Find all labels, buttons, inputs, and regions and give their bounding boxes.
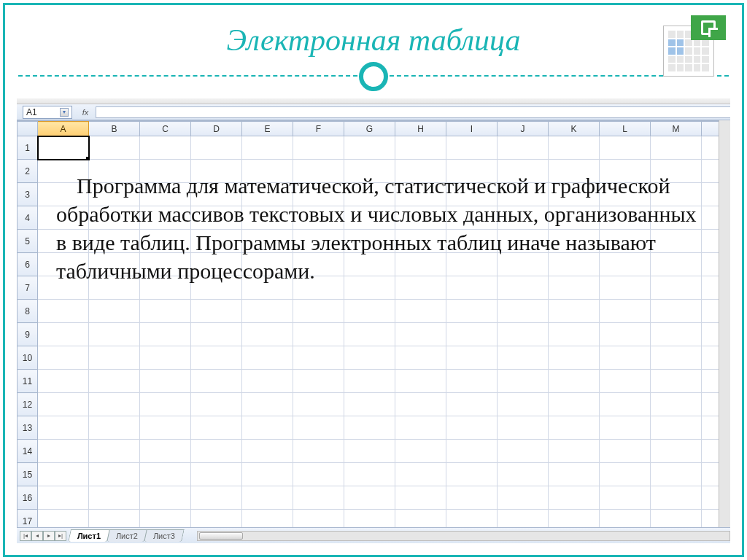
cell[interactable] — [38, 300, 89, 323]
cell[interactable] — [242, 486, 293, 510]
cell[interactable] — [191, 510, 242, 528]
cell[interactable] — [89, 136, 140, 160]
cell[interactable] — [395, 370, 446, 393]
cell[interactable] — [600, 346, 651, 370]
cell[interactable] — [446, 323, 498, 346]
vertical-scrollbar[interactable] — [719, 120, 730, 527]
tab-nav-buttons[interactable]: |◂◂▸▸| — [20, 531, 66, 541]
cell[interactable] — [600, 323, 651, 346]
cell[interactable] — [38, 393, 89, 416]
cell[interactable] — [89, 346, 140, 370]
cell[interactable] — [293, 510, 344, 528]
cell[interactable] — [498, 510, 549, 528]
row-header[interactable]: 11 — [18, 370, 38, 393]
cell[interactable] — [600, 370, 651, 393]
cell[interactable] — [651, 486, 702, 510]
cell[interactable] — [242, 463, 293, 486]
column-header[interactable]: J — [498, 122, 549, 136]
cell[interactable] — [191, 370, 242, 393]
cell[interactable] — [498, 346, 549, 370]
cell[interactable] — [89, 416, 140, 440]
cell[interactable] — [344, 370, 395, 393]
cell[interactable] — [191, 346, 242, 370]
cell[interactable] — [293, 486, 344, 510]
cell[interactable] — [344, 486, 395, 510]
row-header[interactable]: 1 — [18, 136, 38, 160]
row-header[interactable]: 16 — [18, 486, 38, 510]
row-header[interactable]: 4 — [18, 206, 38, 230]
cell[interactable] — [600, 510, 651, 528]
cell[interactable] — [191, 300, 242, 323]
cell[interactable] — [344, 323, 395, 346]
cell[interactable] — [344, 393, 395, 416]
cell[interactable] — [293, 463, 344, 486]
cell[interactable] — [140, 463, 191, 486]
cell[interactable] — [549, 416, 600, 440]
cell[interactable] — [242, 346, 293, 370]
cell[interactable] — [651, 393, 702, 416]
cell[interactable] — [38, 510, 89, 528]
cell[interactable] — [498, 300, 549, 323]
row-header[interactable]: 5 — [18, 230, 38, 253]
cell[interactable] — [395, 393, 446, 416]
cell[interactable] — [242, 300, 293, 323]
cell[interactable] — [89, 393, 140, 416]
cell[interactable] — [549, 463, 600, 486]
cell[interactable] — [446, 486, 498, 510]
column-header[interactable]: F — [293, 122, 344, 136]
cell[interactable] — [549, 440, 600, 463]
cell[interactable] — [140, 300, 191, 323]
cell[interactable] — [395, 510, 446, 528]
cell[interactable] — [446, 300, 498, 323]
cell[interactable] — [344, 440, 395, 463]
cell[interactable] — [344, 300, 395, 323]
column-header[interactable]: G — [344, 122, 395, 136]
cell[interactable] — [38, 463, 89, 486]
cell[interactable] — [242, 416, 293, 440]
cell[interactable] — [549, 300, 600, 323]
cell[interactable] — [600, 463, 651, 486]
cell[interactable] — [140, 346, 191, 370]
cell[interactable] — [395, 300, 446, 323]
cell[interactable] — [293, 300, 344, 323]
cell[interactable] — [242, 440, 293, 463]
row-header[interactable]: 9 — [18, 323, 38, 346]
cell[interactable] — [191, 463, 242, 486]
cell[interactable] — [38, 346, 89, 370]
cell[interactable] — [191, 136, 242, 160]
cell[interactable] — [395, 440, 446, 463]
cell[interactable] — [395, 416, 446, 440]
tab-nav-button[interactable]: ◂ — [31, 531, 43, 541]
column-header[interactable]: H — [395, 122, 446, 136]
cell[interactable] — [89, 323, 140, 346]
cell[interactable] — [242, 370, 293, 393]
cell[interactable] — [242, 393, 293, 416]
cell[interactable] — [549, 370, 600, 393]
column-header[interactable]: L — [600, 122, 651, 136]
sheet-tab[interactable]: Лист1 — [68, 529, 110, 542]
cell[interactable] — [140, 136, 191, 160]
name-box[interactable]: A1 ▾ — [23, 106, 72, 119]
cell[interactable] — [549, 323, 600, 346]
row-header[interactable]: 2 — [18, 160, 38, 183]
cell[interactable] — [446, 440, 498, 463]
row-header[interactable]: 13 — [18, 416, 38, 440]
cell[interactable] — [293, 440, 344, 463]
cell[interactable] — [293, 346, 344, 370]
cell[interactable] — [498, 393, 549, 416]
cell[interactable] — [651, 416, 702, 440]
column-header[interactable]: E — [242, 122, 293, 136]
cell[interactable] — [498, 370, 549, 393]
cell[interactable] — [446, 463, 498, 486]
column-header[interactable]: I — [446, 122, 498, 136]
cell[interactable] — [446, 393, 498, 416]
row-header[interactable]: 7 — [18, 276, 38, 300]
row-header[interactable]: 3 — [18, 183, 38, 206]
row-header[interactable]: 17 — [18, 510, 38, 528]
tab-nav-button[interactable]: ▸ — [43, 531, 55, 541]
cell[interactable] — [191, 416, 242, 440]
cell[interactable] — [140, 393, 191, 416]
cell[interactable] — [38, 136, 89, 160]
cell[interactable] — [395, 346, 446, 370]
cell[interactable] — [344, 463, 395, 486]
